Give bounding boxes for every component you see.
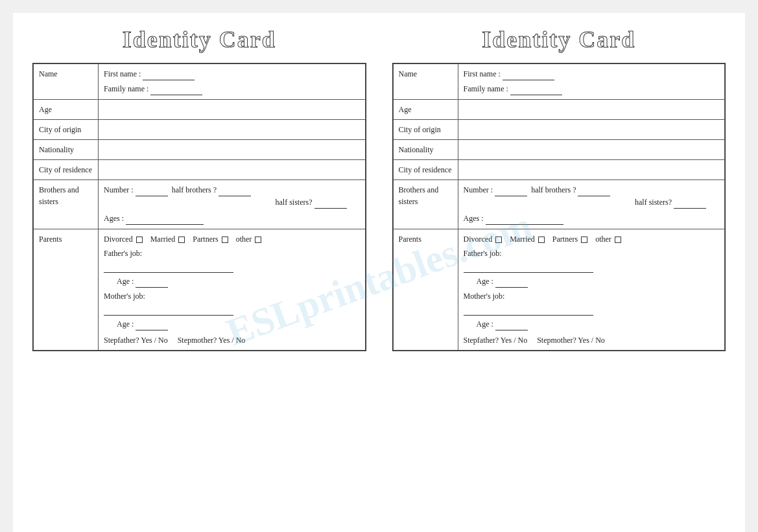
age-content [99, 100, 366, 120]
table-row: Nationality [393, 140, 725, 160]
number-underline [136, 184, 168, 196]
half-sisters-label: half sisters? [276, 198, 313, 207]
city-origin-content-r [458, 120, 725, 140]
mothers-job-label-r: Mother's job: [464, 292, 505, 301]
city-residence-label-r: City of residence [393, 160, 458, 180]
fathers-job-underline [104, 260, 233, 273]
half-sisters-underline-r [674, 196, 706, 209]
married-checkbox-r [538, 237, 545, 243]
city-residence-content-r [458, 160, 725, 180]
ages-label: Ages : [104, 214, 124, 223]
mothers-age-underline-r [495, 318, 528, 330]
parents-label: Parents [34, 229, 99, 351]
married-label: Married [150, 235, 176, 244]
stepmother-label: Stepmother? Yes / No [178, 336, 246, 345]
family-name-underline-r [510, 83, 562, 95]
other-label: other [236, 235, 252, 244]
brothers-content: Number : half brothers ? half sisters? A… [99, 180, 366, 229]
marital-status-line-r: Divorced Married Partners other [464, 233, 720, 245]
table-row: City of origin [393, 120, 725, 140]
table-row: City of residence [393, 160, 725, 180]
fathers-age-label-r: Age : [477, 277, 493, 286]
brothers-label: Brothers and sisters [34, 180, 99, 229]
fathers-job-line: Father's job: [104, 248, 360, 259]
mothers-age-label-r: Age : [477, 319, 493, 329]
half-sisters-underline [314, 196, 347, 209]
half-brothers-label-r: half brothers ? [531, 185, 576, 194]
first-name-label: First name : [104, 69, 141, 78]
brothers-number-line: Number : half brothers ? [104, 184, 360, 196]
ages-underline-r [486, 213, 563, 225]
city-residence-label: City of residence [34, 160, 99, 180]
fathers-age-underline-r [495, 275, 528, 288]
mothers-job-underline-line [104, 303, 360, 316]
card-left-wrapper: Identity Card Name First name : Family n… [32, 26, 366, 351]
half-brothers-underline [219, 184, 251, 196]
fathers-job-underline-r [464, 260, 593, 273]
table-row: Name First name : Family name : [393, 64, 725, 100]
half-sisters-label-r: half sisters? [635, 198, 672, 207]
card-right: Name First name : Family name : [392, 63, 726, 351]
brothers-label-r: Brothers and sisters [393, 180, 458, 229]
city-origin-label: City of origin [34, 120, 99, 140]
fathers-job-label: Father's job: [104, 249, 142, 258]
page: ESLprintables.com Identity Card Name Fir… [13, 13, 745, 532]
card-right-wrapper: Identity Card Name First name : Family n… [392, 26, 726, 351]
table-row: Brothers and sisters Number : half broth… [34, 180, 366, 229]
nationality-label-r: Nationality [393, 140, 458, 160]
mothers-job-line: Mother's job: [104, 290, 360, 302]
stepfather-label: Stepfather? Yes / No [104, 336, 168, 345]
table-row: Parents Divorced Married Partners other … [393, 229, 725, 351]
partners-label: Partners [193, 235, 218, 244]
divorced-checkbox [136, 237, 143, 243]
name-label: Name [34, 64, 99, 100]
age-label: Age [34, 100, 99, 120]
mothers-age-underline [136, 318, 168, 330]
mothers-job-line-r: Mother's job: [464, 290, 720, 302]
marital-status-line: Divorced Married Partners other [104, 233, 360, 245]
age-label-r: Age [393, 100, 458, 120]
table-row: City of origin [34, 120, 366, 140]
first-name-line-r: First name : [464, 68, 720, 80]
fathers-job-underline-line-r [464, 260, 720, 273]
age-content-r [458, 100, 725, 120]
brothers-number-line-r: Number : half brothers ? [464, 184, 720, 196]
fathers-job-underline-line [104, 260, 360, 273]
table-row: Nationality [34, 140, 366, 160]
other-checkbox-r [615, 237, 621, 243]
nationality-content-r [458, 140, 725, 160]
cards-container: Identity Card Name First name : Family n… [32, 26, 726, 351]
brothers-content-r: Number : half brothers ? half sisters? A… [458, 180, 725, 229]
number-underline-r [495, 184, 527, 196]
ages-underline [126, 213, 204, 225]
fathers-job-label-r: Father's job: [464, 249, 502, 258]
city-origin-content [99, 120, 366, 140]
stepmother-label-r: Stepmother? Yes / No [537, 336, 605, 345]
half-sisters-line: half sisters? [104, 196, 360, 209]
family-name-line: Family name : [104, 83, 360, 95]
mothers-age-line-r: Age : [477, 318, 720, 330]
table-row: City of residence [34, 160, 366, 180]
family-name-label: Family name : [104, 84, 148, 93]
card-left: Name First name : Family name : [32, 63, 366, 351]
table-row: Age [393, 100, 725, 120]
divorced-checkbox-r [495, 237, 502, 243]
mothers-age-label: Age : [117, 319, 134, 329]
family-name-label-r: Family name : [464, 84, 508, 93]
ages-line: Ages : [104, 213, 360, 225]
first-name-label-r: First name : [464, 69, 501, 78]
parents-content: Divorced Married Partners other Father's… [99, 229, 366, 351]
table-row: Name First name : Family name : [34, 64, 366, 100]
family-name-line-r: Family name : [464, 83, 720, 95]
card-left-title: Identity Card [123, 26, 276, 53]
table-row: Age [34, 100, 366, 120]
table-row: Parents Divorced Married Partners other … [34, 229, 366, 351]
partners-checkbox-r [581, 237, 587, 243]
first-name-underline-r [503, 68, 554, 80]
nationality-content [99, 140, 366, 160]
table-row: Brothers and sisters Number : half broth… [393, 180, 725, 229]
parents-label-r: Parents [393, 229, 458, 351]
city-residence-content [99, 160, 366, 180]
divorced-label-r: Divorced [464, 235, 493, 244]
number-label-r: Number : [464, 185, 493, 194]
